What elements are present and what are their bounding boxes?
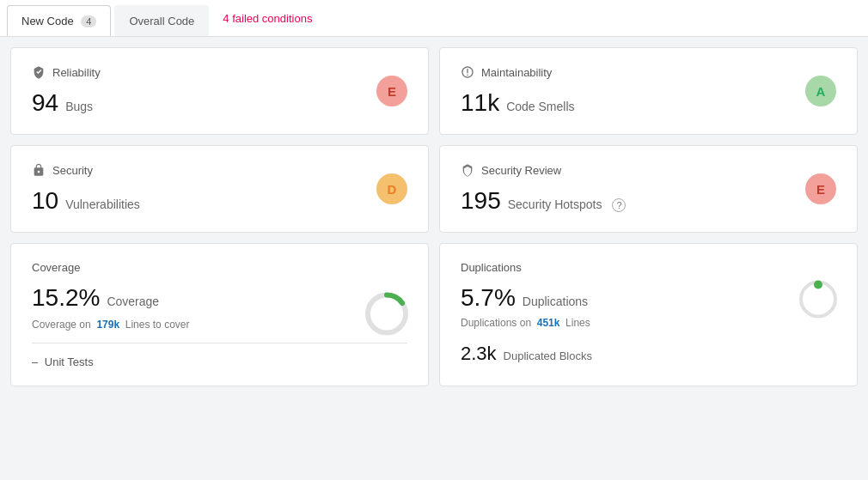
security-review-title: Security Review: [481, 164, 561, 177]
coverage-label: Coverage: [107, 295, 159, 308]
maintainability-grade: A: [805, 76, 836, 106]
dup-secondary-value: 2.3k: [461, 343, 497, 365]
security-review-grade: E: [805, 173, 836, 204]
dup-subtitle-highlight: 451k: [537, 317, 560, 329]
tab-new-code[interactable]: New Code 4: [7, 5, 111, 36]
coverage-header: Coverage: [32, 261, 407, 274]
reliability-value: 94: [32, 89, 58, 117]
tab-new-code-badge: 4: [81, 15, 96, 27]
maintainability-title: Maintainability: [481, 66, 552, 79]
svg-point-4: [814, 281, 822, 289]
reliability-header: Reliability: [32, 65, 407, 79]
security-hotspots-help-icon[interactable]: ?: [612, 198, 626, 212]
maintainability-header: Maintainability: [461, 65, 836, 79]
unit-tests: – Unit Tests: [32, 355, 407, 368]
dup-secondary-label: Duplicated Blocks: [504, 349, 592, 362]
tab-new-code-label: New Code: [21, 15, 74, 27]
maintainability-body: 11k Code Smells: [461, 89, 836, 117]
coverage-donut: [363, 289, 411, 340]
tab-overall-code-label: Overall Code: [129, 15, 194, 27]
maintainability-icon: [461, 65, 474, 79]
maintainability-value: 11k: [461, 89, 499, 117]
security-header: Security: [32, 163, 407, 177]
coverage-subtitle-suffix: Lines to cover: [125, 319, 190, 331]
coverage-subtitle: Coverage on 179k Lines to cover: [32, 319, 407, 331]
failed-conditions: 4 failed conditions: [223, 5, 312, 32]
main-content: Reliability 94 Bugs E Maintainability 11…: [0, 37, 868, 397]
coverage-title: Coverage: [32, 261, 80, 274]
coverage-subtitle-highlight: 179k: [96, 319, 119, 331]
duplications-value: 5.7%: [461, 284, 516, 312]
unit-tests-label: Unit Tests: [45, 355, 94, 368]
security-review-card: Security Review 195 Security Hotspots ? …: [439, 145, 858, 233]
dup-subtitle-suffix: Lines: [565, 317, 590, 329]
duplications-card: Duplications 5.7% Duplications Duplicati…: [439, 243, 858, 386]
maintainability-label: Code Smells: [506, 100, 574, 113]
security-title: Security: [52, 164, 93, 177]
security-review-value: 195: [461, 187, 501, 215]
security-review-header: Security Review: [461, 163, 836, 177]
unit-tests-dash: –: [32, 355, 38, 368]
coverage-donut-svg: [363, 289, 411, 337]
duplications-dot-svg: [797, 278, 840, 321]
tab-overall-code[interactable]: Overall Code: [114, 5, 209, 36]
reliability-label: Bugs: [65, 100, 93, 113]
reliability-title: Reliability: [52, 66, 101, 79]
security-grade: D: [376, 173, 407, 204]
coverage-value: 15.2%: [32, 284, 100, 312]
duplications-header: Duplications: [461, 261, 836, 274]
duplications-body: 5.7% Duplications: [461, 284, 836, 312]
maintainability-card: Maintainability 11k Code Smells A: [439, 47, 858, 135]
reliability-icon: [32, 65, 46, 79]
duplications-icon: [797, 278, 840, 324]
coverage-body: 15.2% Coverage: [32, 284, 407, 312]
duplications-subtitle: Duplications on 451k Lines: [461, 317, 836, 329]
security-review-icon: [461, 163, 474, 177]
reliability-body: 94 Bugs: [32, 89, 407, 117]
coverage-divider: [32, 343, 407, 343]
coverage-card: Coverage 15.2% Coverage Coverage on 179k…: [10, 243, 429, 386]
duplications-title: Duplications: [461, 261, 522, 274]
security-icon: [32, 163, 46, 177]
security-review-label: Security Hotspots: [508, 197, 602, 211]
reliability-grade: E: [376, 76, 407, 106]
security-value: 10: [32, 187, 58, 215]
duplications-secondary: 2.3k Duplicated Blocks: [461, 343, 836, 365]
coverage-subtitle-prefix: Coverage on: [32, 319, 91, 331]
duplications-label: Duplications: [523, 295, 588, 308]
dup-subtitle-prefix: Duplications on: [461, 317, 531, 329]
security-review-body: 195 Security Hotspots ?: [461, 187, 836, 215]
reliability-card: Reliability 94 Bugs E: [10, 47, 429, 135]
security-body: 10 Vulnerabilities: [32, 187, 407, 215]
security-card: Security 10 Vulnerabilities D: [10, 145, 429, 233]
tab-bar: New Code 4 Overall Code 4 failed conditi…: [0, 0, 868, 37]
security-label: Vulnerabilities: [65, 197, 140, 211]
